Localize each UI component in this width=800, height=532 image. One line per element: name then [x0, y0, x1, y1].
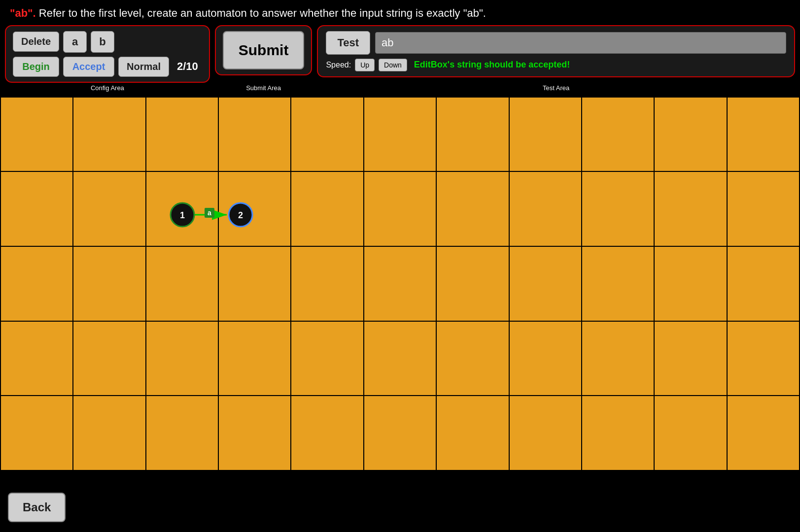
- instruction-highlight: "ab".: [10, 7, 36, 19]
- grid-cell[interactable]: [510, 98, 582, 172]
- grid-cell[interactable]: [291, 98, 364, 172]
- grid-cell[interactable]: [1, 322, 73, 397]
- accept-button[interactable]: Accept: [63, 57, 114, 77]
- instruction-text: Refer to the first level, create an auto…: [36, 7, 486, 19]
- canvas-area[interactable]: a 1 2: [0, 97, 800, 471]
- grid-cell[interactable]: [146, 98, 219, 172]
- grid: [0, 97, 800, 471]
- grid-cell[interactable]: [364, 247, 437, 322]
- grid-cell[interactable]: [219, 172, 291, 247]
- grid-cell[interactable]: [291, 322, 364, 397]
- grid-cell[interactable]: [582, 172, 655, 247]
- grid-cell[interactable]: [437, 247, 509, 322]
- grid-cell[interactable]: [364, 172, 437, 247]
- config-area-wrapper: Delete a b Begin Accept Normal 2/10 Conf…: [5, 25, 210, 83]
- grid-cell[interactable]: [291, 172, 364, 247]
- grid-cell[interactable]: [437, 322, 509, 397]
- grid-cell[interactable]: [437, 172, 509, 247]
- submit-area-wrapper: Submit Submit Area: [215, 25, 313, 83]
- grid-cell[interactable]: [655, 98, 727, 172]
- submit-button[interactable]: Submit: [223, 31, 305, 69]
- grid-cell[interactable]: [510, 172, 582, 247]
- grid-cell[interactable]: [219, 98, 291, 172]
- grid-cell[interactable]: [582, 247, 655, 322]
- grid-cell[interactable]: [582, 396, 655, 471]
- controls-row: Delete a b Begin Accept Normal 2/10 Conf…: [0, 25, 800, 86]
- begin-button[interactable]: Begin: [13, 57, 59, 77]
- grid-cell[interactable]: [510, 247, 582, 322]
- grid-cell[interactable]: [73, 98, 146, 172]
- grid-cell[interactable]: [364, 98, 437, 172]
- grid-cell[interactable]: [291, 247, 364, 322]
- grid-cell[interactable]: [728, 396, 800, 471]
- normal-button[interactable]: Normal: [118, 57, 169, 77]
- grid-cell[interactable]: [364, 322, 437, 397]
- grid-cell[interactable]: [219, 322, 291, 397]
- instruction-area: "ab". Refer to the first level, create a…: [0, 0, 800, 25]
- grid-cell[interactable]: [1, 247, 73, 322]
- grid-cell[interactable]: [510, 322, 582, 397]
- speed-down-button[interactable]: Down: [379, 59, 407, 71]
- grid-cell[interactable]: [73, 396, 146, 471]
- grid-cell[interactable]: [219, 396, 291, 471]
- alpha-b-button[interactable]: b: [91, 31, 114, 53]
- test-area-wrapper: Test Speed: Up Down EditBox's string sho…: [317, 25, 795, 83]
- grid-cell[interactable]: [364, 396, 437, 471]
- grid-cell[interactable]: [728, 247, 800, 322]
- grid-cell[interactable]: [146, 247, 219, 322]
- test-top-row: Test: [326, 31, 786, 55]
- test-bottom-row: Speed: Up Down EditBox's string should b…: [326, 59, 786, 71]
- grid-cell[interactable]: [1, 98, 73, 172]
- grid-cell[interactable]: [291, 396, 364, 471]
- test-result: EditBox's string should be accepted!: [414, 60, 570, 70]
- test-input[interactable]: [375, 32, 786, 54]
- grid-cell[interactable]: [219, 247, 291, 322]
- alpha-a-button[interactable]: a: [63, 31, 87, 53]
- grid-cell[interactable]: [146, 322, 219, 397]
- grid-cell[interactable]: [437, 396, 509, 471]
- grid-cell[interactable]: [1, 396, 73, 471]
- grid-cell[interactable]: [1, 172, 73, 247]
- grid-cell[interactable]: [655, 172, 727, 247]
- speed-label: Speed:: [326, 61, 351, 69]
- test-button[interactable]: Test: [326, 31, 370, 55]
- delete-button[interactable]: Delete: [13, 32, 59, 52]
- grid-cell[interactable]: [655, 247, 727, 322]
- state-count: 2/10: [173, 60, 202, 73]
- grid-cell[interactable]: [655, 322, 727, 397]
- grid-cell[interactable]: [73, 247, 146, 322]
- grid-cell[interactable]: [437, 98, 509, 172]
- grid-cell[interactable]: [728, 322, 800, 397]
- config-area: Delete a b Begin Accept Normal 2/10: [5, 25, 210, 83]
- grid-cell[interactable]: [728, 172, 800, 247]
- grid-cell[interactable]: [73, 172, 146, 247]
- back-button[interactable]: Back: [8, 493, 66, 522]
- submit-area-label: Submit Area: [246, 84, 281, 92]
- grid-cell[interactable]: [728, 98, 800, 172]
- submit-area: Submit: [215, 25, 313, 75]
- grid-cell[interactable]: [582, 98, 655, 172]
- speed-up-button[interactable]: Up: [355, 59, 375, 71]
- grid-cell[interactable]: [146, 172, 219, 247]
- grid-cell[interactable]: [73, 322, 146, 397]
- config-area-label: Config Area: [91, 84, 124, 92]
- grid-cell[interactable]: [510, 396, 582, 471]
- grid-cell[interactable]: [582, 322, 655, 397]
- test-area-label: Test Area: [543, 84, 569, 92]
- grid-cell[interactable]: [655, 396, 727, 471]
- grid-cell[interactable]: [146, 396, 219, 471]
- test-area: Test Speed: Up Down EditBox's string sho…: [317, 25, 795, 77]
